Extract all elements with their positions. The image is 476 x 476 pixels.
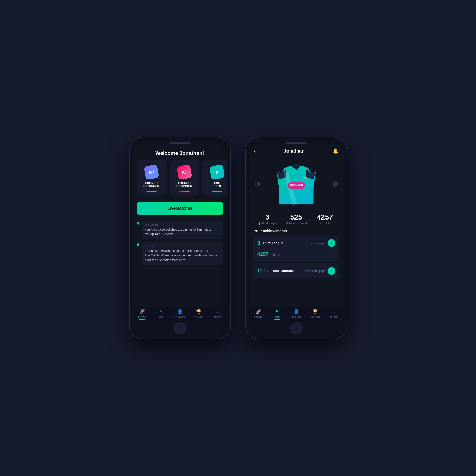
svg-point-2 <box>257 184 258 184</box>
activity-text-1: you have accomplished 1 trainings in 1 m… <box>145 227 220 237</box>
phone-1: Welcome Jonathan! A1 FRENCHBEGINNER A1 F… <box>130 137 230 339</box>
p2-more-icon: ＋ <box>332 309 336 315</box>
points-label: Points <box>271 253 280 257</box>
start-underline <box>139 319 145 320</box>
back-button[interactable]: ‹ <box>254 148 256 154</box>
phone-2-home[interactable] <box>290 322 302 334</box>
activity-card-1: 20 hours ago you have accomplished 1 tra… <box>142 221 223 239</box>
p2-start-label: START <box>254 315 262 318</box>
p1-nav-friends[interactable]: 👤 FRIENDS <box>170 309 189 320</box>
livematch-button[interactable]: LiveMatches <box>137 202 223 215</box>
p2-me-label: ME <box>275 315 279 318</box>
phone-1-inner: Welcome Jonathan! A1 FRENCHBEGINNER A1 F… <box>133 144 227 321</box>
bonus-page-button[interactable]: › <box>328 267 335 275</box>
p1-welcome-title: Welcome Jonathan! <box>138 150 222 156</box>
start-label: START <box>138 315 146 318</box>
p1-nav-me[interactable]: ⚑ ME <box>152 309 170 320</box>
p2-nav-me[interactable]: ⚑ ME <box>268 309 287 320</box>
p1-card-1-bar <box>146 191 157 192</box>
me-label: ME <box>159 315 163 318</box>
stat-league-num: 3 <box>254 213 281 221</box>
ach-card-content: 3 Third League See your league › 4257 Po… <box>257 239 335 257</box>
bonuses-row: 11 /11 Your Bonuses <box>257 268 295 274</box>
target-icon[interactable] <box>254 181 260 188</box>
activity-time-1: 20 hours ago <box>145 224 220 226</box>
stat-points-num: 4257 <box>312 213 338 221</box>
badge-a1-pink: A1 <box>177 164 192 180</box>
bonus-page-text: Go to Bonus page <box>303 269 326 273</box>
p2-bottom-nav: 🚀 START ⚑ ME 👤 FRIENDS 🏆 KICKER <box>249 307 344 321</box>
stat-minutes-label: ⏱Minutes Played <box>283 222 309 225</box>
me-icon: ⚑ <box>159 309 163 315</box>
p2-nav-more[interactable]: ＋ MORE <box>324 309 343 320</box>
svg-text:SPONSOR: SPONSOR <box>289 184 303 187</box>
jersey-image: SPONSOR 🏆 <box>273 159 320 208</box>
bell-icon[interactable]: 🔔 <box>333 148 338 154</box>
stat-points: 4257 ✓Points <box>312 213 338 225</box>
p1-bottom-nav: 🚀 START ⚑ ME 👤 FRIENDS 🏆 KICKER <box>133 307 227 321</box>
p1-header: Welcome Jonathan! <box>133 144 227 160</box>
phone-1-home[interactable] <box>174 322 186 334</box>
badge-a1-blue: A1 <box>144 164 159 180</box>
p2-nav-kicker[interactable]: 🏆 KICKER <box>306 309 324 320</box>
p2-friends-icon: 👤 <box>293 309 299 315</box>
kicker-label: KICKER <box>194 315 204 318</box>
p1-cards: A1 FRENCHBEGINNER A1 FRENCHBEGINNER A FR… <box>133 160 227 200</box>
p1-card-1[interactable]: A1 FRENCHBEGINNER <box>137 160 167 196</box>
phone-2-screen: ‹ Jonathan 🔔 <box>249 144 344 321</box>
bonuses-label: Your Bonuses <box>272 269 295 273</box>
achievement-card: 3 Third League See your league › 4257 Po… <box>253 236 339 261</box>
p2-me-underline <box>274 319 280 320</box>
achievements-title: Your achievements <box>249 229 344 236</box>
activity-item-1: 20 hours ago you have accomplished 1 tra… <box>137 221 223 239</box>
p1-card-1-label: FRENCHBEGINNER <box>143 182 160 188</box>
p1-nav-kicker[interactable]: 🏆 KICKER <box>189 309 208 320</box>
badge-a1-teal: A <box>209 164 225 180</box>
friends-label: FRIENDS <box>174 315 185 318</box>
p1-nav-start[interactable]: 🚀 START <box>133 309 152 320</box>
p2-title: Jonathan <box>284 148 305 154</box>
p1-card-3-label: FREBEGI <box>214 182 221 188</box>
p1-nav-more[interactable]: ＋ MORE <box>208 309 227 320</box>
p2-more-label: MORE <box>330 316 338 319</box>
phone-1-notch <box>170 142 190 144</box>
activity-time-2: 6 days ago <box>145 245 220 247</box>
p1-card-3[interactable]: A FREBEGI <box>202 160 227 196</box>
p1-card-2[interactable]: A1 FRENCHBEGINNER <box>170 160 199 196</box>
p2-kicker-label: KICKER <box>310 315 320 318</box>
activity-dot-1 <box>137 222 139 225</box>
p2-topbar: ‹ Jonathan 🔔 <box>249 144 344 156</box>
phone-2: ‹ Jonathan 🔔 <box>246 137 347 339</box>
bonuses-denom: /11 <box>264 269 269 273</box>
p1-activity: 20 hours ago you have accomplished 1 tra… <box>133 219 227 307</box>
p2-stats-row: 3 🏅Third League 525 ⏱Minutes Played 4257 <box>249 213 344 229</box>
activity-item-2: 6 days ago You have forwarded a link to … <box>137 242 223 265</box>
phone-1-screen: Welcome Jonathan! A1 FRENCHBEGINNER A1 F… <box>133 144 227 321</box>
stat-minutes: 525 ⏱Minutes Played <box>283 213 309 225</box>
p2-me-icon: ⚑ <box>275 309 279 315</box>
svg-text:🏆: 🏆 <box>304 176 308 180</box>
p1-card-2-label: FRENCHBEGINNER <box>176 182 192 188</box>
p1-card-2-bar <box>179 191 190 192</box>
stat-points-label: ✓Points <box>312 222 338 225</box>
svg-point-6 <box>335 183 336 185</box>
ach-league-num: 3 <box>257 240 260 246</box>
see-league-button[interactable]: › <box>328 239 335 247</box>
friends-icon: 👤 <box>177 309 183 315</box>
activity-text-2: You have forwarded a link to a friend to… <box>145 248 220 262</box>
phone-2-notch <box>286 142 307 144</box>
p2-friends-label: FRIENDS <box>291 315 302 318</box>
p2-nav-friends[interactable]: 👤 FRIENDS <box>287 309 306 320</box>
kicker-icon: 🏆 <box>196 309 202 315</box>
bonuses-num: 11 <box>257 268 262 274</box>
jersey-section: SPONSOR 🏆 <box>249 156 344 213</box>
ach-league-action: See your league › <box>305 239 335 247</box>
p1-card-3-bar <box>212 191 222 192</box>
more-icon: ＋ <box>215 309 220 315</box>
activity-dot-2 <box>137 243 139 246</box>
p2-nav-start[interactable]: 🚀 START <box>249 309 268 320</box>
ach-points-num: 4257 <box>257 251 269 257</box>
stat-league: 3 🏅Third League <box>254 213 281 225</box>
gear-icon[interactable] <box>332 181 338 188</box>
stat-league-label: 🏅Third League <box>254 222 281 225</box>
